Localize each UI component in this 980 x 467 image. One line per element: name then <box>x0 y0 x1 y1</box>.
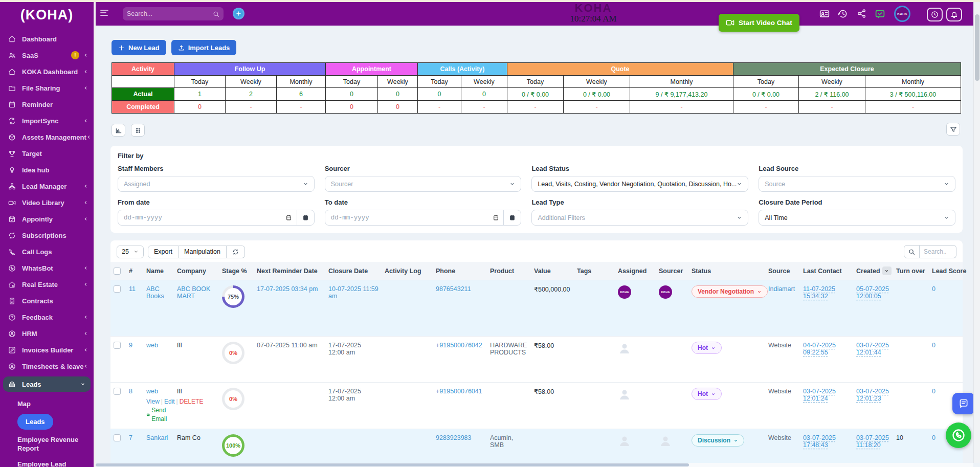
calendar-picker-button[interactable] <box>297 210 314 225</box>
column-header[interactable]: Last Contact <box>800 262 853 280</box>
refresh-button[interactable] <box>227 246 245 258</box>
sidebar-item-lead-manager[interactable]: Lead Manager <box>0 178 94 194</box>
column-header[interactable]: Status <box>688 262 765 280</box>
sort-button[interactable] <box>882 266 892 275</box>
lead-name-link[interactable]: web <box>146 342 158 349</box>
sidebar-item-real-estate[interactable]: Real Estate <box>0 276 94 293</box>
last-contact-cell[interactable]: 03-07-2025 12:01:24 <box>803 388 836 402</box>
sidebar-item-koka-dashboard[interactable]: KOKA Dashboard <box>0 63 94 80</box>
message-check-icon[interactable] <box>875 9 886 20</box>
last-contact-cell[interactable]: 03-07-2025 17:48:43 <box>803 434 836 449</box>
sidebar-item-feedback[interactable]: Feedback <box>0 309 94 325</box>
quick-add-button[interactable] <box>233 8 244 19</box>
sidebar-item-file-sharing[interactable]: File Sharing <box>0 80 94 96</box>
created-cell[interactable]: 03-07-2025 12:01:44 <box>856 342 889 356</box>
submenu-item-map[interactable]: Map <box>17 396 79 412</box>
sidebar-item-video-library[interactable]: Video Library <box>0 194 94 211</box>
assigned-avatar[interactable] <box>618 434 631 448</box>
view-link[interactable]: View <box>146 398 160 405</box>
phone-link[interactable]: +919500076041 <box>436 388 482 395</box>
sidebar-item-whatsbot[interactable]: WhatsBot <box>0 260 94 276</box>
clock-button[interactable] <box>927 8 943 21</box>
calendar-icon[interactable] <box>488 214 503 221</box>
lead-id-link[interactable]: 7 <box>129 434 132 441</box>
history-icon[interactable] <box>838 9 849 20</box>
company-cell[interactable]: ABC BOOK MART <box>177 285 210 300</box>
filter-date-input[interactable]: dd-mm-yyyy <box>118 210 315 226</box>
sidebar-item-contracts[interactable]: Contracts <box>0 293 94 309</box>
start-video-chat-button[interactable]: Start Video Chat <box>719 14 799 32</box>
import-leads-button[interactable]: Import Leads <box>171 40 237 55</box>
contact-card-icon[interactable] <box>819 9 831 20</box>
sidebar-group-leads[interactable]: Leads <box>3 376 91 392</box>
page-size-select[interactable]: 25 <box>117 246 144 258</box>
horizontal-scrollbar-thumb[interactable] <box>96 463 689 466</box>
vertical-scrollbar-thumb[interactable] <box>975 14 979 81</box>
lead-id-link[interactable]: 8 <box>129 388 132 395</box>
status-pill[interactable]: Discussion <box>692 434 744 447</box>
sidebar-item-assets-management[interactable]: Assets Management <box>0 129 94 145</box>
filter-select[interactable]: Sourcer <box>325 176 522 192</box>
sourcer-avatar[interactable] <box>659 434 672 448</box>
filter-date-input[interactable]: dd-mm-yyyy <box>325 210 522 226</box>
calendar-icon[interactable] <box>281 214 297 221</box>
sidebar-item-idea-hub[interactable]: Idea hub <box>0 162 94 178</box>
last-contact-cell[interactable]: 11-07-2025 15:34:32 <box>803 285 835 300</box>
filter-select[interactable]: Source <box>759 176 955 192</box>
share-icon[interactable] <box>857 9 868 20</box>
delete-link[interactable]: DELETE <box>180 398 204 405</box>
sidebar-scrollbar[interactable] <box>94 2 96 467</box>
assigned-avatar[interactable] <box>618 342 631 355</box>
floating-whatsapp-button[interactable] <box>946 422 971 448</box>
column-header[interactable]: Tags <box>574 262 615 280</box>
select-all-checkbox[interactable] <box>114 268 121 275</box>
sidebar-item-importsync[interactable]: ImportSync <box>0 113 94 129</box>
lead-id-link[interactable]: 11 <box>129 285 136 293</box>
floating-chat-button[interactable] <box>952 393 975 414</box>
source-cell[interactable]: Indiamart <box>768 285 795 293</box>
row-checkbox[interactable] <box>114 285 121 293</box>
manipulation-button[interactable]: Manipulation <box>179 246 227 258</box>
column-header[interactable]: Phone <box>433 262 487 280</box>
table-search-input[interactable] <box>920 245 956 258</box>
status-pill[interactable]: Hot <box>692 342 722 354</box>
user-avatar[interactable]: KOHA <box>894 6 910 22</box>
last-contact-cell[interactable]: 04-07-2025 09:22:55 <box>803 342 836 356</box>
column-header-created[interactable]: Created <box>853 262 893 280</box>
row-checkbox[interactable] <box>114 388 121 395</box>
edit-link[interactable]: Edit <box>164 398 175 405</box>
phone-link[interactable]: 9283923983 <box>436 434 472 441</box>
sourcer-avatar[interactable]: KOHA <box>659 285 672 299</box>
lead-id-link[interactable]: 9 <box>129 342 132 349</box>
lead-name-link[interactable]: ABC Books <box>146 285 164 300</box>
column-header[interactable]: Company <box>174 262 219 280</box>
table-search-button[interactable] <box>904 245 920 258</box>
sidebar-item-invoices-builder[interactable]: Invoices Builder <box>0 342 94 358</box>
sidebar-item-hrm[interactable]: HRM <box>0 325 94 342</box>
notifications-button[interactable] <box>946 8 962 21</box>
column-header[interactable]: Source <box>765 262 800 280</box>
sidebar-item-timesheets-leave[interactable]: Timesheets & leave <box>0 358 94 374</box>
sidebar-item-dashboard[interactable]: Dashboard <box>0 31 94 47</box>
status-pill[interactable]: Vendor Negotiation <box>692 285 768 298</box>
sidebar-item-appointly[interactable]: Appointly <box>0 211 94 227</box>
horizontal-scrollbar[interactable] <box>96 463 973 467</box>
column-header[interactable]: Lead Score <box>929 262 963 280</box>
sidebar-item-saas[interactable]: SaaS! <box>0 47 94 63</box>
filter-select[interactable]: All Time <box>759 210 955 226</box>
assigned-avatar[interactable]: KOHA <box>618 285 631 299</box>
row-checkbox[interactable] <box>114 342 121 349</box>
column-header[interactable]: Closure Date <box>325 262 382 280</box>
topbar-search-input[interactable] <box>127 10 213 17</box>
filter-select[interactable]: Assigned <box>118 176 315 192</box>
row-checkbox[interactable] <box>114 434 121 441</box>
send-email-link[interactable]: Send Email <box>146 406 171 424</box>
filter-select[interactable]: Additional Filters <box>531 210 748 226</box>
column-header[interactable]: Sourcer <box>656 262 688 280</box>
created-cell[interactable]: 03-07-2025 11:18:20 <box>856 434 889 449</box>
column-header[interactable]: Activity Log <box>382 262 433 280</box>
lead-name-link[interactable]: web <box>146 388 158 395</box>
sidebar-item-subscriptions[interactable]: Subscriptions <box>0 227 94 243</box>
export-button[interactable]: Export <box>148 246 179 258</box>
submenu-item-employee-lead-report[interactable]: Employee Lead Report <box>17 456 79 467</box>
